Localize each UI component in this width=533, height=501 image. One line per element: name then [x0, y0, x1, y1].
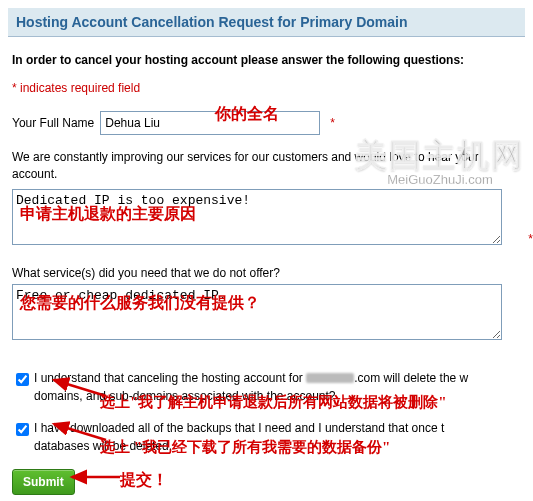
check1-text-line2: domains, and sub-domains associated with…: [34, 389, 336, 403]
required-note: * indicates required field: [12, 81, 521, 95]
check2-text-line2: databases will be deleted.: [34, 439, 172, 453]
full-name-label: Your Full Name: [12, 116, 94, 130]
service-question: What service(s) did you need that we do …: [12, 266, 521, 280]
required-asterisk: *: [528, 232, 533, 246]
improve-text: We are constantly improving our services…: [12, 149, 521, 183]
lead-text: In order to cancel your hosting account …: [12, 53, 521, 67]
check1-text-pre: I understand that canceling the hosting …: [34, 371, 306, 385]
check2-text: I have downloaded all of the backups tha…: [34, 421, 444, 435]
reason-textarea[interactable]: [12, 189, 502, 245]
downloaded-backups-checkbox[interactable]: [16, 423, 29, 436]
submit-button[interactable]: Submit: [12, 469, 75, 495]
service-textarea[interactable]: [12, 284, 502, 340]
redacted-domain: [306, 373, 354, 383]
understand-delete-checkbox[interactable]: [16, 373, 29, 386]
full-name-input[interactable]: [100, 111, 320, 135]
page-header: Hosting Account Cancellation Request for…: [8, 8, 525, 37]
check1-text-post: .com will delete the w: [354, 371, 468, 385]
required-asterisk: *: [330, 116, 335, 130]
page-title: Hosting Account Cancellation Request for…: [16, 14, 517, 30]
